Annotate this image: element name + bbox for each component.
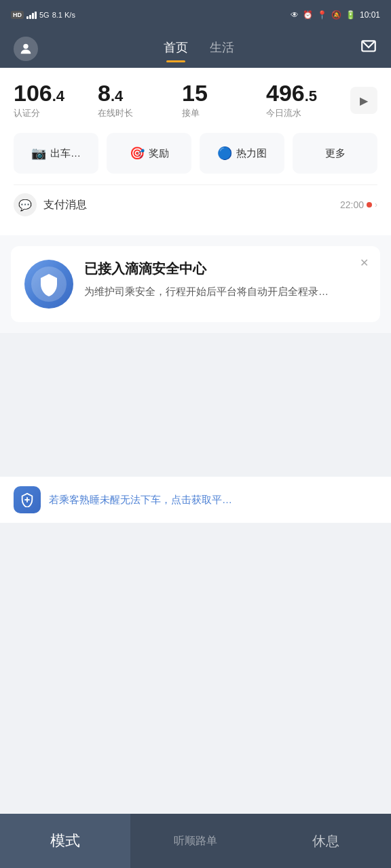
nav-tabs: 首页 生活 [164,39,234,58]
hd-badge: HD [11,11,24,19]
safety-title: 已接入滴滴安全中心 [84,260,367,278]
mode-button[interactable]: 模式 [0,814,130,868]
notif-dot [367,202,372,208]
empty-space [0,523,391,686]
notif-title: 支付消息 [43,198,87,212]
stats-arrow-button[interactable]: ▶ [350,87,377,114]
location-icon: 📍 [317,10,327,20]
stat-revenue-value: 496.5 [266,81,317,104]
time-display: 10:01 [360,10,380,20]
stat-online-value: 8.4 [98,81,123,104]
status-left: HD 5G 8.1 K/s [11,11,75,19]
bottom-nav: 模式 听顺路单 休息 [0,814,391,868]
notif-chat-icon: 💬 [14,193,37,216]
notif-time: 22:00 [340,199,364,210]
middle-space [0,341,391,477]
stat-orders-value: 15 [182,81,208,104]
stat-cert-value: 106.4 [14,81,64,104]
svg-point-0 [23,44,28,49]
safety-content: 已接入滴滴安全中心 为维护司乘安全，行程开始后平台将自动开启全程录… [84,260,367,300]
action-reward-label: 奖励 [149,147,169,160]
eye-icon: 👁 [291,10,299,20]
network-type: 5G [39,11,50,19]
action-departure-label: 出车… [50,147,81,160]
camera-icon: 📷 [31,146,46,161]
stats-items: 106.4 认证分 8.4 在线时长 15 接单 496.5 今日流水 [14,81,350,119]
mute-icon: 🔕 [331,10,341,20]
action-heatmap-label: 热力图 [236,147,267,160]
notif-bar[interactable]: 💬 支付消息 22:00 › [14,184,377,224]
signal-bars [26,12,37,19]
message-icon[interactable] [360,38,377,60]
quick-actions: 📷 出车… 🎯 奖励 🔵 热力图 更多 [14,133,377,174]
action-more-label: 更多 [325,147,346,160]
stat-orders-label: 接单 [182,107,200,119]
safety-logo [24,260,73,309]
safety-close-button[interactable]: ✕ [356,254,372,271]
action-reward-btn[interactable]: 🎯 奖励 [107,133,191,174]
notif-right: 22:00 › [340,199,377,210]
stats-row: 106.4 认证分 8.4 在线时长 15 接单 496.5 今日流水 [14,81,377,119]
reward-icon: 🎯 [130,146,145,161]
safety-logo-inner [31,267,67,302]
listen-order-button[interactable]: 听顺路单 [130,814,261,868]
rest-button[interactable]: 休息 [261,814,391,868]
safety-desc: 为维护司乘安全，行程开始后平台将自动开启全程录… [84,283,367,300]
alarm-icon: ⏰ [303,10,313,20]
battery-icon: 🔋 [346,10,356,20]
action-heatmap-btn[interactable]: 🔵 热力图 [200,133,284,174]
action-more-btn[interactable]: 更多 [293,133,377,174]
stat-orders: 15 接单 [182,81,266,119]
status-bar: HD 5G 8.1 K/s 👁 ⏰ 📍 🔕 🔋 10:01 [0,0,391,30]
stat-cert: 106.4 认证分 [14,81,98,119]
notif-left: 💬 支付消息 [14,193,87,216]
status-right: 👁 ⏰ 📍 🔕 🔋 10:01 [291,10,380,20]
stat-online: 8.4 在线时长 [98,81,182,119]
action-departure-btn[interactable]: 📷 出车… [14,133,98,174]
tab-life[interactable]: 生活 [210,39,234,58]
heatmap-icon: 🔵 [217,146,232,161]
bottom-banner[interactable]: 若乘客熟睡未醒无法下车，点击获取平… [0,477,391,523]
safety-card: 已接入滴滴安全中心 为维护司乘安全，行程开始后平台将自动开启全程录… ✕ [11,246,380,322]
stat-revenue-label: 今日流水 [266,107,301,119]
network-speed: 8.1 K/s [52,11,75,19]
safety-section: 已接入滴滴安全中心 为维护司乘安全，行程开始后平台将自动开启全程录… ✕ [0,235,391,333]
stat-online-label: 在线时长 [98,107,133,119]
stat-revenue: 496.5 今日流水 [266,81,350,119]
nav-header: 首页 生活 [0,30,391,68]
main-content: 106.4 认证分 8.4 在线时长 15 接单 496.5 今日流水 [0,68,391,235]
stat-cert-label: 认证分 [14,107,40,119]
banner-shield-icon [14,486,41,513]
banner-text: 若乘客熟睡未醒无法下车，点击获取平… [49,494,232,507]
notif-chevron-icon: › [375,200,377,210]
tab-home[interactable]: 首页 [164,39,188,58]
avatar-icon[interactable] [14,37,38,61]
